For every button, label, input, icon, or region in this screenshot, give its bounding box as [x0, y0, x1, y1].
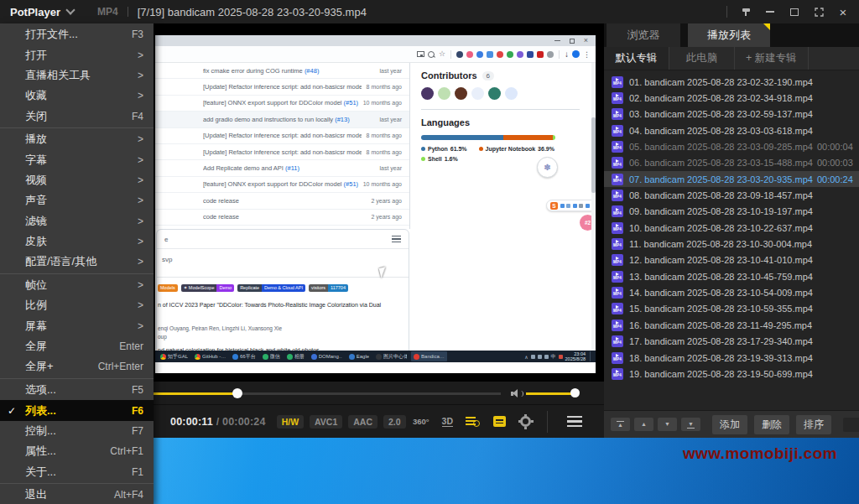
360-view-button[interactable]: 360° [413, 417, 430, 426]
volume-speaker-icon[interactable] [511, 389, 523, 398]
playlist-item[interactable]: MP4 08. bandicam 2025-08-28 23-09-18-457… [604, 187, 859, 203]
playlist-item[interactable]: MP4 15. bandicam 2025-08-28 23-10-59-355… [604, 301, 859, 317]
menu-item-shortcut: F5 [125, 384, 143, 396]
commit-text: [Update] Refactor inference script: add … [203, 148, 362, 156]
menu-item[interactable]: 属性... Ctrl+F1 [0, 441, 154, 461]
profile-avatar-icon [572, 50, 580, 58]
menu-item-shortcut: > [131, 256, 143, 268]
widget-icon [566, 204, 570, 208]
menu-item[interactable]: 字幕 > [0, 149, 154, 169]
chevron-down-icon[interactable] [65, 5, 75, 14]
playlist-item[interactable]: MP4 17. bandicam 2025-08-28 23-17-29-340… [604, 334, 859, 350]
album-tab[interactable]: 默认专辑 [604, 47, 669, 70]
taskbar-app-icon [232, 354, 238, 360]
menu-item[interactable]: 帧位 > [0, 275, 154, 295]
menu-item[interactable]: 全屏+ Ctrl+Enter [0, 356, 154, 377]
menu-item[interactable]: 比例 > [0, 295, 154, 315]
delete-button[interactable]: 删除 [754, 415, 789, 434]
commit-pr-link: (#51) [344, 99, 358, 107]
playlist-item[interactable]: MP4 14. bandicam 2025-08-28 23-10-54-009… [604, 284, 859, 300]
playlist-item[interactable]: MP4 01. bandicam 2025-08-28 23-02-32-190… [604, 74, 859, 90]
playlist-item[interactable]: MP4 09. bandicam 2025-08-28 23-10-19-197… [604, 204, 859, 220]
close-icon: × [584, 37, 588, 44]
codec-badges: H/W AVC1 AAC 2.0 [277, 415, 406, 429]
tab-playlist[interactable]: 播放列表 [688, 23, 770, 47]
maximize-button[interactable] [785, 3, 804, 20]
menu-item[interactable]: 控制... F7 [0, 421, 154, 441]
mp4-file-icon: MP4 [612, 238, 623, 250]
menu-item[interactable]: 屏幕 > [0, 316, 154, 336]
menu-item[interactable]: 直播相关工具 > [0, 65, 154, 86]
fullscreen-button[interactable] [810, 3, 828, 20]
seek-bar[interactable] [154, 392, 501, 395]
readme-text-line: enqi Ouyang, Peiran Ren, Lingzhi Li, Xua… [158, 325, 409, 331]
close-button[interactable]: × [834, 3, 852, 20]
volume-bar[interactable] [526, 392, 575, 395]
sort-button[interactable]: 排序 [796, 415, 831, 434]
menu-item-shortcut: Ctrl+F1 [103, 445, 143, 457]
menu-item[interactable]: 配置/语言/其他 > [0, 252, 154, 272]
menu-item[interactable]: 收藏 > [0, 86, 154, 106]
menu-item[interactable]: 打开文件... F3 [0, 24, 154, 44]
menu-item-shortcut: > [131, 70, 143, 81]
menu-item-label: 皮肤 [25, 234, 47, 249]
language-bar-segment [553, 135, 555, 140]
menu-item[interactable]: 播放 > [0, 129, 154, 149]
menu-item-label: 播放 [25, 132, 47, 147]
hamburger-menu-icon[interactable] [567, 416, 582, 427]
playlist-item[interactable]: MP4 16. bandicam 2025-08-28 23-11-49-295… [604, 317, 859, 333]
mp4-icon-label: MP4 [613, 115, 622, 119]
menu-item[interactable]: 皮肤 > [0, 231, 154, 252]
commit-text: [feature] ONNX export support for DDColo… [203, 180, 344, 188]
menu-item[interactable]: 声音 > [0, 190, 154, 210]
pin-icon [742, 8, 750, 17]
pin-on-top-button[interactable] [737, 3, 755, 20]
playlist-item[interactable]: MP4 10. bandicam 2025-08-28 23-10-22-637… [604, 220, 859, 236]
app-menu-button[interactable]: PotPlayer [10, 6, 60, 18]
album-tab[interactable]: + 新建专辑 [735, 47, 809, 70]
playlist-item[interactable]: MP4 05. bandicam 2025-08-28 23-03-09-285… [604, 138, 859, 154]
playlist-item[interactable]: MP4 11. bandicam 2025-08-28 23-10-30-004… [604, 236, 859, 252]
languages-heading: Languages [421, 117, 591, 127]
menu-item[interactable]: 退出 Alt+F4 [0, 485, 154, 504]
menu-item[interactable]: 打开 > [0, 44, 154, 65]
menu-item[interactable]: 滤镜 > [0, 210, 154, 231]
playlist-search-icon[interactable] [466, 416, 481, 427]
tray-caret-icon: ∧ [524, 354, 528, 360]
volume-handle[interactable] [570, 388, 580, 397]
seek-handle[interactable] [232, 388, 242, 398]
minimize-button[interactable] [761, 3, 779, 20]
playlist-item[interactable]: MP4 12. bandicam 2025-08-28 23-10-41-010… [604, 252, 859, 268]
3d-view-button[interactable]: 3D [442, 416, 453, 427]
playlist-item[interactable]: MP4 07. bandicam 2025-08-28 23-03-20-935… [604, 171, 859, 187]
menu-item[interactable]: 全屏 Enter [0, 336, 154, 356]
playlist-move-button[interactable]: ▼ [681, 418, 700, 431]
playlist-item[interactable]: MP4 06. bandicam 2025-08-28 23-03-15-488… [604, 155, 859, 171]
hw-decode-badge: H/W [277, 415, 304, 429]
menu-item[interactable]: 关闭 F4 [0, 106, 154, 126]
commit-list: fix cmake error during COG runtime (#48)… [155, 63, 410, 229]
playlist-move-button[interactable]: ▼ [658, 418, 677, 431]
playlist-item[interactable]: MP4 18. bandicam 2025-08-28 23-19-39-313… [604, 350, 859, 366]
menu-item[interactable]: 视频 > [0, 170, 154, 190]
menu-item[interactable]: 关于... F1 [0, 461, 154, 481]
taskbar-clock: 23:04 2025/8/28 [565, 351, 586, 361]
playlist-item[interactable]: MP4 13. bandicam 2025-08-28 23-10-45-759… [604, 268, 859, 284]
subtitle-panel-icon[interactable] [493, 416, 506, 427]
menu-item[interactable]: 选项... F5 [0, 380, 154, 400]
album-tab[interactable]: 此电脑 [669, 47, 735, 70]
tab-browser[interactable]: 浏览器 [607, 23, 680, 47]
playlist-item[interactable]: MP4 02. bandicam 2025-08-28 23-02-34-918… [604, 90, 859, 106]
settings-gear-icon[interactable] [520, 416, 531, 427]
extension-icon [466, 51, 473, 58]
playlist-search-box[interactable] [843, 418, 859, 432]
add-button[interactable]: 添加 [712, 415, 747, 434]
playlist-item[interactable]: MP4 04. bandicam 2025-08-28 23-03-03-618… [604, 122, 859, 138]
commit-message: [feature] ONNX export support for DDColo… [203, 99, 358, 107]
playlist-item[interactable]: MP4 03. bandicam 2025-08-28 23-02-59-137… [604, 107, 859, 122]
playlist-move-button[interactable]: ▲ [634, 418, 653, 431]
video-surface[interactable]: × ☆ ↓ ⋮ fix cmake error du [154, 23, 604, 382]
playlist-item[interactable]: MP4 19. bandicam 2025-08-28 23-19-50-699… [604, 366, 859, 382]
menu-item[interactable]: ✓ 列表... F6 [0, 400, 154, 420]
playlist-move-button[interactable]: ▲ [611, 418, 630, 431]
